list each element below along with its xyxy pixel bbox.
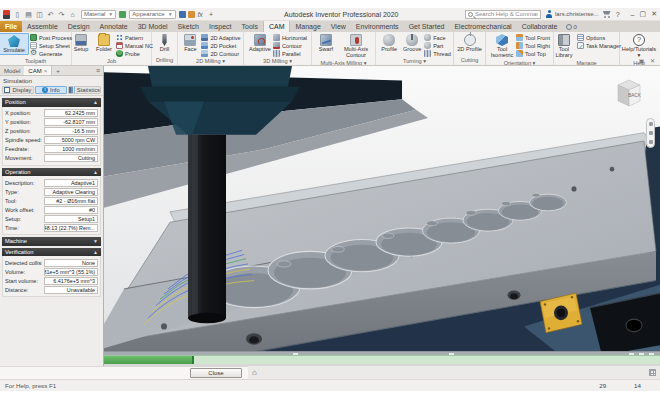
new-doc-icon[interactable]: ▯ [13, 10, 22, 19]
tab-manage[interactable]: Manage [290, 21, 325, 32]
deferred-update-grid-icon[interactable] [649, 369, 656, 376]
swarf-button[interactable]: Swarf [314, 33, 338, 53]
browser-menu-icon[interactable]: ≡ [93, 66, 103, 75]
tool-right-button[interactable]: Tool Right [516, 42, 550, 49]
generate-button[interactable]: Generate [30, 50, 72, 57]
close-window-button[interactable]: ✕ [651, 10, 657, 18]
group-label-3d-milling[interactable]: 3D Milling ▾ [244, 57, 311, 65]
tab-3d-model[interactable]: 3D Model [133, 21, 173, 32]
go-to-start-icon[interactable]: ⌂ [252, 368, 257, 378]
cloud-sync-badge[interactable]: 0 [562, 21, 580, 32]
add-qat-icon[interactable]: + [207, 10, 216, 19]
tab-sketch[interactable]: Sketch [173, 21, 204, 32]
pattern-button[interactable]: Pattern [116, 34, 153, 41]
section-machine-header[interactable]: Machine ▼ [2, 237, 101, 246]
tab-assemble[interactable]: Assemble [22, 21, 63, 32]
cam-tab-close-icon[interactable]: × [44, 68, 48, 74]
timeline-position-marker[interactable] [192, 356, 194, 364]
section-operation-header[interactable]: Operation ▲ [2, 168, 101, 177]
fx-parameters-icon[interactable]: fx [196, 10, 205, 19]
tab-electromechanical[interactable]: Electromechanical [449, 21, 516, 32]
setup-button[interactable]: Setup [70, 33, 92, 53]
material-select[interactable]: Material ▼ [81, 10, 116, 19]
tool-library-button[interactable]: Tool Library [552, 33, 576, 59]
zoom-icon[interactable] [649, 131, 653, 135]
parallel-button[interactable]: Parallel [273, 50, 307, 57]
group-label-orientation[interactable]: Orientation ▾ [486, 59, 553, 65]
2d-adaptive-button[interactable]: 2D Adaptive [201, 34, 240, 41]
doc-tab-model[interactable]: Model [0, 66, 24, 75]
task-manager-button[interactable]: Task Manager [577, 42, 621, 49]
probe-button[interactable]: Probe [116, 50, 153, 57]
help-tutorials-button[interactable]: Help/Tutorials ▾ [622, 33, 656, 59]
tab-display[interactable]: Display [2, 86, 34, 94]
user-name[interactable]: lars.christense... [555, 11, 599, 17]
tab-cam[interactable]: CAM [263, 21, 291, 32]
group-label-multi-axis[interactable]: Multi-Axis Milling ▾ [312, 59, 375, 65]
contour-button[interactable]: Contour [273, 42, 307, 49]
section-verification-header[interactable]: Verification ▲ [2, 248, 101, 257]
doc-tab-add[interactable]: + [52, 66, 64, 75]
horizontal-button[interactable]: Horizontal [273, 34, 307, 41]
post-process-button[interactable]: Post Process [30, 34, 72, 41]
tab-get-started[interactable]: Get Started [404, 21, 450, 32]
tab-info[interactable]: Info [35, 86, 67, 94]
tab-statistics[interactable]: Statistics [68, 86, 101, 94]
turning-face-button[interactable]: Face [424, 34, 451, 41]
tab-tools[interactable]: Tools [237, 21, 263, 32]
open-icon[interactable]: ▤ [24, 10, 33, 19]
tab-view[interactable]: View [326, 21, 351, 32]
2d-contour-button[interactable]: 2D Contour [201, 50, 240, 57]
tool-isometric-button[interactable]: Tool Isometric [489, 33, 515, 59]
minimize-button[interactable]: – [631, 11, 635, 18]
appearance-swatch-icon[interactable] [119, 11, 126, 18]
2d-profile-button[interactable]: 2D Profile [456, 33, 484, 53]
help-menu-icon[interactable]: ? [616, 11, 620, 18]
multi-axis-contour-button[interactable]: Multi-Axis Contour [339, 33, 373, 59]
viewcube[interactable]: BACK [612, 78, 646, 110]
color-swatch2-icon[interactable] [188, 11, 195, 18]
color-swatch-icon[interactable] [179, 11, 186, 18]
manual-nc-button[interactable]: Manual NC [116, 42, 153, 49]
tab-annotate[interactable]: Annotate [95, 21, 133, 32]
section-position-header[interactable]: Position ▲ [2, 98, 101, 107]
save-icon[interactable]: ◫ [35, 10, 44, 19]
home-icon[interactable]: ⌂ [68, 10, 77, 19]
simulate-button[interactable]: Simulate [0, 33, 29, 55]
turning-profile-button[interactable]: Profile [378, 33, 400, 53]
material-select-value: Material [84, 11, 105, 17]
groove-button[interactable]: Groove [401, 33, 423, 53]
search-field[interactable]: Search Help & Commands... [465, 10, 541, 19]
tab-file[interactable]: File [0, 21, 22, 32]
tab-environments[interactable]: Environments [351, 21, 404, 32]
options-button[interactable]: Options [577, 34, 621, 41]
drill-button[interactable]: Drill [154, 33, 176, 53]
doc-tab-cam[interactable]: CAM × [24, 66, 52, 75]
app-store-cart-icon[interactable] [603, 11, 612, 18]
navigation-bar[interactable] [646, 118, 655, 148]
group-label-2d-milling[interactable]: 2D Milling ▾ [178, 57, 243, 65]
orbit-icon[interactable] [649, 140, 653, 144]
appearance-select[interactable]: Appearance ▼ [129, 10, 175, 19]
adaptive-button[interactable]: Adaptive [248, 33, 272, 53]
group-label-turning[interactable]: Turning ▾ [376, 57, 453, 65]
tab-design[interactable]: Design [63, 21, 95, 32]
close-button[interactable]: Close [190, 368, 242, 378]
tab-collaborate[interactable]: Collaborate [517, 21, 563, 32]
redo-icon[interactable]: ↷ [57, 10, 66, 19]
turning-part-button[interactable]: Part [424, 42, 451, 49]
tool-top-button[interactable]: Tool Top [516, 50, 550, 57]
viewport-3d[interactable]: BACK [104, 66, 660, 366]
tab-inspect[interactable]: Inspect [204, 21, 237, 32]
viewport-3d-scene[interactable] [104, 66, 660, 366]
face-2d-button[interactable]: Face [180, 33, 200, 53]
folder-button[interactable]: Folder [93, 33, 115, 53]
thread-button[interactable]: Thread [424, 50, 451, 57]
undo-icon[interactable]: ↶ [46, 10, 55, 19]
tool-front-button[interactable]: Tool Front [516, 34, 550, 41]
pan-icon[interactable] [649, 122, 653, 126]
2d-pocket-button[interactable]: 2D Pocket [201, 42, 240, 49]
restore-button[interactable]: ▢ [640, 10, 647, 18]
simulation-timeline[interactable] [104, 355, 660, 364]
ribbon-collapse-icon[interactable]: ▣ ✕ [639, 57, 657, 64]
